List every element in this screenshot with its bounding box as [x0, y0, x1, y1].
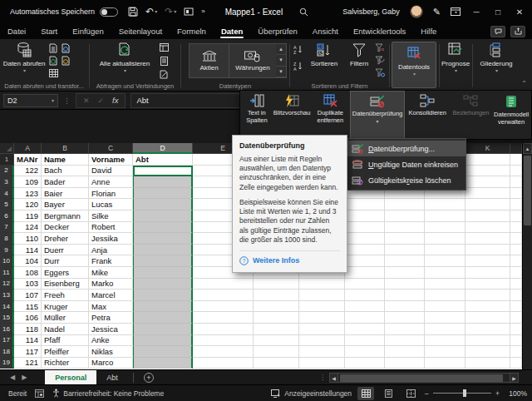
tab-hilfe[interactable]: Hilfe: [413, 23, 444, 39]
avatar[interactable]: [410, 5, 423, 18]
cell-A14[interactable]: 115: [14, 301, 42, 313]
cell-F18[interactable]: [254, 346, 299, 358]
zoom-slider[interactable]: − +: [425, 389, 500, 398]
menu-item-3[interactable]: Gültigkeitskreise löschen: [347, 172, 466, 188]
cell-I14[interactable]: [385, 301, 425, 313]
row-header-8[interactable]: 8: [0, 233, 14, 245]
display-settings[interactable]: Anzeigeeinstellungen: [271, 389, 352, 398]
cell-K14[interactable]: [466, 301, 510, 313]
cell-A5[interactable]: 120: [14, 199, 42, 210]
cell-L8[interactable]: [510, 233, 522, 245]
cell-F13[interactable]: [254, 290, 299, 301]
cell-L4[interactable]: [510, 188, 522, 200]
cell-J7[interactable]: [425, 222, 466, 234]
qat-more-icon[interactable]: »: [201, 8, 204, 15]
cell-B9[interactable]: Duerr: [42, 245, 89, 256]
cell-E12[interactable]: [193, 279, 254, 290]
ribbon-display-options-icon[interactable]: [451, 7, 461, 16]
col-header-C[interactable]: C: [89, 143, 133, 154]
cell-D8[interactable]: [133, 233, 193, 245]
cell-K9[interactable]: [466, 245, 510, 256]
tab-seitenlayout[interactable]: Seitenlayout: [111, 23, 170, 39]
user-name[interactable]: Salvisberg, Gaby: [342, 7, 400, 16]
cell-D17[interactable]: [133, 335, 193, 347]
refresh-all-button[interactable]: Alle aktualisieren▾: [99, 42, 150, 73]
cell-B19[interactable]: Richter: [42, 358, 89, 369]
cell-D3[interactable]: [133, 176, 193, 188]
cell-L5[interactable]: [510, 199, 522, 210]
collapse-ribbon-icon[interactable]: ⌃: [521, 80, 527, 87]
flyout-blitzvorschau[interactable]: Blitzvorschau: [273, 91, 311, 139]
cell-L17[interactable]: [510, 335, 522, 347]
cell-A16[interactable]: 118: [14, 324, 42, 335]
cell-G15[interactable]: [299, 312, 345, 324]
row-header-18[interactable]: 18: [0, 346, 14, 358]
cell-K16[interactable]: [466, 324, 510, 335]
cell-H9[interactable]: [345, 245, 385, 256]
cell-B12[interactable]: Eisenberg: [42, 279, 89, 290]
confirm-entry-icon[interactable]: ✓: [98, 97, 105, 105]
cell-F17[interactable]: [254, 335, 299, 347]
row-header-15[interactable]: 15: [0, 312, 14, 324]
cell-I16[interactable]: [385, 324, 425, 335]
cell-I9[interactable]: [385, 245, 425, 256]
cell-H18[interactable]: [345, 346, 385, 358]
cell-B17[interactable]: Pfaff: [42, 335, 89, 347]
cell-B15[interactable]: Müller: [42, 312, 89, 324]
cell-F12[interactable]: [254, 279, 299, 290]
cell-L12[interactable]: [510, 279, 522, 290]
cell-G17[interactable]: [299, 335, 345, 347]
cell-D10[interactable]: [133, 255, 193, 267]
from-table-icon[interactable]: [48, 56, 58, 66]
cell-K10[interactable]: [466, 255, 510, 267]
cell-D4[interactable]: [133, 188, 193, 200]
row-header-13[interactable]: 13: [0, 290, 14, 301]
data-tools-button[interactable]: Datentools▾: [392, 42, 436, 88]
flyout-datenüberprüfung[interactable]: Datenüberprüfung▾: [350, 91, 405, 139]
cell-D6[interactable]: [133, 210, 193, 222]
cell-L16[interactable]: [510, 324, 522, 335]
cell-H11[interactable]: [345, 267, 385, 279]
cell-B3[interactable]: Bader: [42, 176, 89, 188]
outline-button[interactable]: Gliederung▾: [475, 42, 517, 73]
flyout-datenmodell-verwalten[interactable]: Datenmodell verwalten: [491, 91, 531, 139]
cell-D7[interactable]: [133, 222, 193, 234]
cell-J14[interactable]: [425, 301, 466, 313]
cell-D19[interactable]: [133, 358, 193, 369]
cell-D11[interactable]: [133, 267, 193, 279]
cell-L10[interactable]: [510, 255, 522, 267]
cell-A15[interactable]: 106: [14, 312, 42, 324]
menu-item-2[interactable]: Ungültige Daten einkreisen: [347, 156, 466, 172]
tab-daten[interactable]: Daten: [214, 23, 250, 39]
recent-sources-icon[interactable]: [61, 56, 71, 66]
cell-B6[interactable]: Bergmann: [42, 210, 89, 222]
cell-C14[interactable]: Max: [89, 301, 133, 313]
col-header-K[interactable]: K: [466, 143, 510, 154]
scroll-up-icon[interactable]: ▲: [523, 143, 532, 154]
cell-C6[interactable]: Silke: [89, 210, 133, 222]
learn-more-link[interactable]: ? Weitere Infos: [239, 250, 340, 265]
cell-J11[interactable]: [425, 267, 466, 279]
cell-D13[interactable]: [133, 290, 193, 301]
vertical-scrollbar[interactable]: ▲: [522, 143, 532, 369]
cell-G13[interactable]: [299, 290, 345, 301]
workbook-connections-icon[interactable]: [159, 69, 169, 79]
tab-einfügen[interactable]: Einfügen: [65, 23, 111, 39]
cell-K11[interactable]: [466, 267, 510, 279]
cell-E13[interactable]: [193, 290, 254, 301]
cell-G19[interactable]: [299, 358, 345, 369]
cell-A12[interactable]: 103: [14, 279, 42, 290]
cell-C9[interactable]: Anja: [89, 245, 133, 256]
cell-C1[interactable]: Vorname: [89, 154, 133, 166]
cell-C3[interactable]: Anne: [89, 176, 133, 188]
cell-C11[interactable]: Mike: [89, 267, 133, 279]
currencies-button[interactable]: Währungen: [229, 44, 276, 77]
maximize-button[interactable]: □: [492, 7, 504, 17]
cell-H15[interactable]: [345, 312, 385, 324]
draw-pen-icon[interactable]: ✎: [433, 7, 441, 17]
search-icon[interactable]: [299, 7, 308, 17]
cell-J8[interactable]: [425, 233, 466, 245]
cell-C7[interactable]: Robert: [89, 222, 133, 234]
flyout-duplikate-entfernen[interactable]: Duplikate entfernen: [311, 91, 351, 139]
cell-E19[interactable]: [193, 358, 254, 369]
